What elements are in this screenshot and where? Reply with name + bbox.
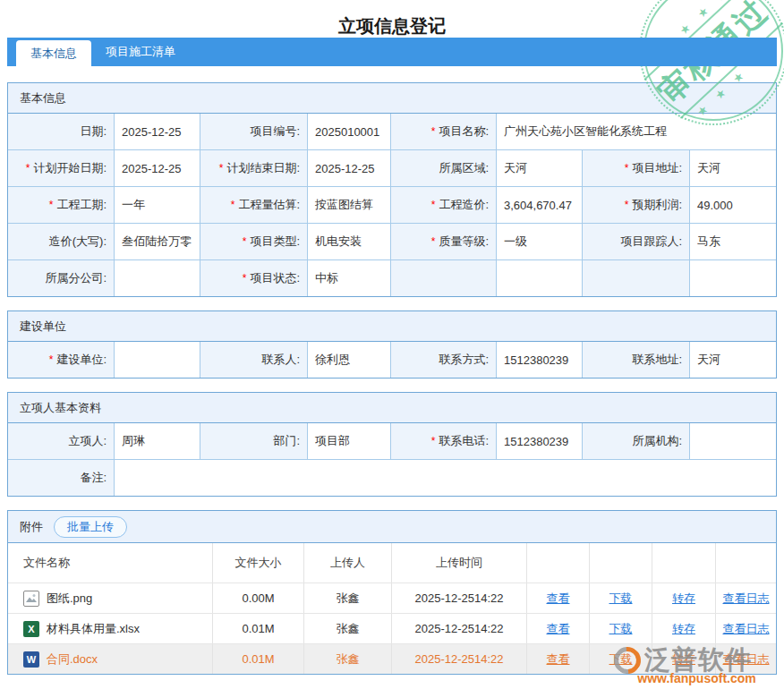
field-label-text: 所属区域: [439, 160, 489, 176]
file-name-cell: W合同.docx [8, 644, 212, 674]
field-value [114, 342, 200, 378]
form-row: 日期:2025-12-25项目编号:2025010001*项目名称:广州天心苑小… [8, 114, 776, 149]
file-action-cell: 查看 [526, 644, 589, 674]
field-label: 立项人: [8, 423, 114, 459]
view-link[interactable]: 查看 [547, 591, 570, 607]
field-value: 按蓝图结算 [307, 187, 390, 223]
file-name: 图纸.png [47, 591, 92, 607]
field-value: 一年 [114, 187, 200, 223]
tab-project-construction-list[interactable]: 项目施工清单 [91, 38, 190, 66]
attachments-section: 附件 批量上传 文件名称文件大小上传人上传时间图纸.png0.00M张鑫2025… [7, 510, 777, 675]
field-label-text: 计划结束日期: [226, 160, 300, 176]
file-action-cell: 查看日志 [715, 644, 776, 674]
image-file-icon [23, 591, 39, 607]
view-link[interactable]: 查看 [547, 621, 570, 637]
field-label-text: 项目名称: [439, 123, 489, 140]
field-label [582, 260, 689, 296]
file-size: 0.01M [212, 614, 303, 643]
field-label: *工程工期: [8, 187, 114, 223]
field-label: 备注: [8, 460, 114, 496]
view-log-link[interactable]: 查看日志 [723, 651, 770, 668]
download-link[interactable]: 下载 [609, 651, 633, 668]
file-upload-time: 2025-12-2514:22 [391, 644, 526, 674]
view-link[interactable]: 查看 [547, 651, 570, 668]
field-label-text: 项目类型: [250, 234, 300, 250]
field-label-text: 所属机构: [632, 433, 682, 449]
file-row[interactable]: X材料具体用量.xlsx0.01M张鑫2025-12-2514:22查看下载转存… [8, 613, 776, 643]
field-label-text: 联系方式: [439, 352, 489, 368]
field-value: 2025010001 [307, 114, 390, 149]
section-applicant-info: 立项人基本资料立项人:周琳部门:项目部*联系电话:1512380239所属机构:… [7, 392, 777, 497]
column-header [652, 543, 715, 583]
file-row[interactable]: 图纸.png0.00M张鑫2025-12-2514:22查看下载转存查看日志 [8, 583, 776, 613]
required-asterisk: * [49, 199, 54, 211]
form-row: *工程工期:一年*工程量估算:按蓝图结算*工程造价:3,604,670.47*预… [8, 186, 776, 223]
required-asterisk: * [431, 125, 436, 138]
field-label-text: 立项人: [68, 433, 107, 449]
field-value: 2025-12-25 [114, 150, 200, 186]
field-value: 马东 [689, 224, 776, 259]
transfer-link[interactable]: 转存 [672, 621, 695, 637]
download-link[interactable]: 下载 [609, 621, 633, 637]
file-name: 材料具体用量.xlsx [47, 621, 140, 637]
tab-basic-info[interactable]: 基本信息 [16, 40, 91, 66]
file-upload-time: 2025-12-2514:22 [391, 583, 526, 613]
field-label-text: 部门: [273, 433, 300, 449]
field-label-text: 日期: [80, 123, 107, 140]
file-action-cell: 查看日志 [715, 614, 776, 643]
required-asterisk: * [243, 235, 247, 248]
required-asterisk: * [431, 435, 436, 447]
view-log-link[interactable]: 查看日志 [723, 621, 770, 637]
field-value: 周琳 [114, 423, 200, 459]
file-action-cell: 查看 [526, 583, 589, 613]
download-link[interactable]: 下载 [609, 591, 633, 607]
required-asterisk: * [625, 199, 629, 211]
file-name-cell: X材料具体用量.xlsx [8, 614, 212, 643]
attachments-table: 文件名称文件大小上传人上传时间图纸.png0.00M张鑫2025-12-2514… [8, 543, 776, 674]
field-label [390, 260, 496, 296]
field-label-text: 造价(大写): [49, 234, 107, 250]
tab-bar: 基本信息 项目施工清单 [7, 38, 777, 66]
section-basic-info: 基本信息日期:2025-12-25项目编号:2025010001*项目名称:广州… [7, 82, 777, 297]
field-label-text: 项目跟踪人: [620, 234, 682, 250]
field-label: 所属分公司: [8, 260, 114, 296]
file-uploader: 张鑫 [303, 614, 391, 643]
field-value: 2025-12-25 [114, 114, 200, 149]
field-value: 3,604,670.47 [496, 187, 582, 223]
file-action-cell: 下载 [589, 583, 652, 613]
column-header: 上传时间 [391, 543, 526, 583]
required-asterisk: * [26, 162, 30, 174]
file-uploader: 张鑫 [303, 644, 391, 674]
field-label: 联系人: [200, 342, 307, 378]
batch-upload-button[interactable]: 批量上传 [54, 516, 127, 538]
file-name: 合同.docx [47, 651, 98, 668]
view-log-link[interactable]: 查看日志 [723, 591, 770, 607]
file-action-cell: 下载 [589, 614, 652, 643]
field-value: 2025-12-25 [307, 150, 390, 186]
field-value [689, 423, 776, 459]
field-label: *联系电话: [390, 423, 496, 459]
field-label: *项目地址: [582, 150, 689, 186]
file-action-cell: 转存 [652, 614, 715, 643]
field-label: *项目状态: [200, 260, 307, 296]
file-action-cell: 下载 [589, 644, 652, 674]
field-label-text: 联系人: [261, 352, 300, 368]
field-value [689, 260, 776, 296]
file-size: 0.01M [212, 644, 303, 674]
field-label: *工程造价: [390, 187, 496, 223]
form-row: 立项人:周琳部门:项目部*联系电话:1512380239所属机构: [8, 423, 776, 459]
field-label: 日期: [8, 114, 114, 149]
field-label: *工程量估算: [200, 187, 307, 223]
field-label: *计划开始日期: [8, 150, 114, 186]
file-row[interactable]: W合同.docx0.01M张鑫2025-12-2514:22查看下载转存查看日志 [8, 643, 776, 674]
field-label-text: 预期利润: [632, 197, 682, 213]
field-value [496, 260, 582, 296]
transfer-link[interactable]: 转存 [672, 591, 695, 607]
field-label-text: 所属分公司: [45, 270, 107, 286]
field-label: 部门: [200, 423, 307, 459]
form-row: 所属分公司:*项目状态:中标 [8, 259, 776, 296]
field-label: *预期利润: [582, 187, 689, 223]
field-label-text: 计划开始日期: [33, 160, 107, 176]
field-value: 1512380239 [496, 342, 582, 378]
transfer-link[interactable]: 转存 [672, 651, 695, 668]
